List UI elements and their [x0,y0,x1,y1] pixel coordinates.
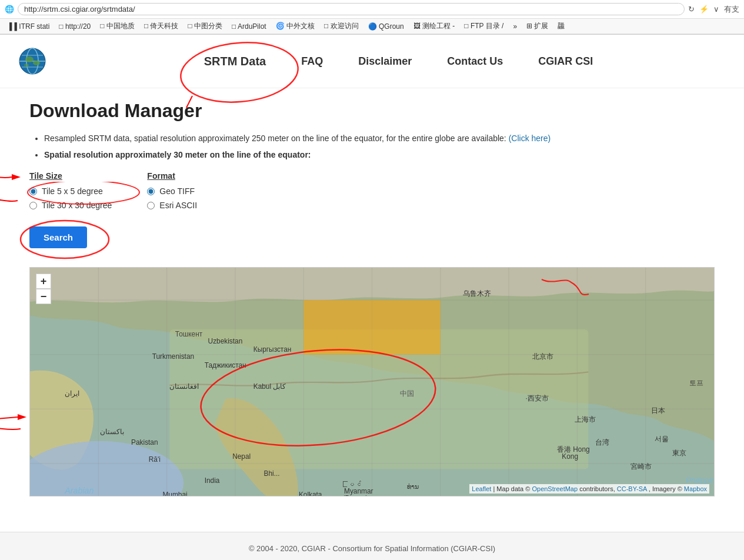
svg-point-7 [24,64,29,67]
svg-text:ທ່ານ: ທ່ານ [407,483,419,490]
lightning-icon: ⚡ [699,5,709,14]
mapbox-link[interactable]: Mapbox [684,485,707,492]
bullet-list: Resampled SRTM data, spatial resolution … [29,134,715,159]
svg-text:台湾: 台湾 [595,438,609,446]
chevron-down-icon[interactable]: ∨ [713,5,719,14]
favicon: 🌐 [5,5,14,14]
svg-point-6 [33,61,40,65]
nav-cgiar-csi[interactable]: CGIAR CSI [538,55,593,68]
page-title: Download Manager [29,100,715,122]
click-here-link[interactable]: (Click here) [509,134,551,143]
svg-text:باكستان: باكستان [100,428,124,436]
svg-text:日本: 日本 [651,406,665,415]
map-background: 乌鲁木齐 Uzbekistan Тошкент Кыргызстан Turkm… [30,268,714,496]
tile-size-label: Tile Size [29,171,112,181]
bookmark-ardupilot[interactable]: □ ArduPilot [228,21,270,32]
esri-ascii-label: Esri ASCII [159,201,197,210]
svg-text:Turkmenistan: Turkmenistan [152,352,194,361]
tile-5x5-label: Tile 5 x 5 degree [42,186,103,196]
svg-marker-11 [12,174,21,180]
svg-text:·西安市: ·西安市 [526,394,549,402]
zoom-out-button[interactable]: − [36,289,51,304]
svg-text:北京市: 北京市 [532,352,553,361]
tile-5x5-radio[interactable] [29,188,37,195]
openstreetmap-link[interactable]: OpenStreetMap [532,485,578,492]
form-area: Tile Size Tile 5 x 5 degree Tile 30 x 30… [29,171,715,215]
svg-text:Pakistan: Pakistan [131,438,158,446]
tile-5x5-option[interactable]: Tile 5 x 5 degree [29,186,112,196]
map-attribution: Leaflet | Map data © OpenStreetMap contr… [469,484,709,494]
svg-text:Nepal: Nepal [232,452,251,461]
svg-text:乌鲁木齐: 乌鲁木齐 [463,289,491,298]
svg-text:Таджикистан: Таджикистан [205,361,246,369]
svg-rect-30 [303,300,372,355]
bookmark-huanying[interactable]: □ 欢迎访问 [321,20,362,32]
svg-point-5 [25,56,34,62]
ccbysa-link[interactable]: CC-BY-SA [617,485,647,492]
leaflet-link[interactable]: Leaflet [472,485,491,492]
nav-disclaimer[interactable]: Disclaimer [358,55,412,68]
format-group: Format Geo TIFF Esri ASCII [147,171,197,215]
svg-text:Kabul كابل: Kabul كابل [253,382,286,391]
bookmark-itrf[interactable]: ▐▐ ITRF stati [4,21,53,32]
bookmark-zhongtu[interactable]: □ 中图分类 [184,20,226,32]
bookmark-ftp[interactable]: □ FTP 目录 / [461,20,507,32]
address-bar: 🌐 http://srtm.csi.cgiar.org/srtmdata/ ↻ … [0,0,744,19]
bookmark-cehui[interactable]: 🖼 测绘工程 - [410,20,459,32]
nav-contact-us[interactable]: Contact Us [447,55,503,68]
bookmarks-bar: ▐▐ ITRF stati □ http://20 □ 中国地质 □ 倚天科技 … [0,19,744,34]
footer: © 2004 - 2020, CGIAR - Consortium for Sp… [0,532,744,560]
browser-nav-icons: 🌐 [5,5,14,14]
nav-srtm-data[interactable]: SRTM Data [204,55,266,68]
svg-text:Kong: Kong [562,452,578,461]
tile-30x30-option[interactable]: Tile 30 x 30 degree [29,201,112,210]
svg-text:ایران: ایران [65,389,79,398]
footer-text: © 2004 - 2020, CGIAR - Consortium for Sp… [249,544,495,553]
geotiff-label: Geo TIFF [159,186,195,196]
ext-text: 有支 [724,4,739,15]
svg-text:Кыргызстан: Кыргызстан [253,345,292,354]
bookmark-http20[interactable]: □ http://20 [55,21,94,32]
svg-text:Uzbekistan: Uzbekistan [208,337,243,345]
svg-text:上海市: 上海市 [575,415,596,424]
tile-30x30-label: Tile 30 x 30 degree [42,201,112,210]
format-label: Format [147,171,197,181]
tile-size-group: Tile Size Tile 5 x 5 degree Tile 30 x 30… [29,171,112,215]
map-container[interactable]: 乌鲁木齐 Uzbekistan Тошкент Кыргызстан Turkm… [29,267,715,496]
esri-ascii-option[interactable]: Esri ASCII [147,201,197,210]
bookmark-extensions[interactable]: ⊞ 扩展 [523,20,552,32]
svg-text:افغانستان: افغانستان [169,382,199,391]
svg-rect-31 [372,300,441,355]
svg-text:Sea: Sea [68,494,83,496]
svg-text:(Burma): (Burma) [343,494,368,496]
geotiff-option[interactable]: Geo TIFF [147,186,197,196]
bookmark-zhongwai[interactable]: 🌀 中外文核 [272,20,318,32]
logo-area [18,46,47,76]
map-controls: + − [36,274,51,304]
nav-faq[interactable]: FAQ [301,55,323,68]
esri-ascii-radio[interactable] [147,202,155,209]
bookmark-more[interactable]: » [509,21,521,32]
bookmark-geology[interactable]: □ 中国地质 [96,20,138,32]
svg-line-76 [0,417,18,420]
svg-text:Тошкент: Тошкент [175,330,203,338]
bookmark-dragon[interactable]: 龘 [554,20,568,32]
svg-text:中国: 中国 [400,389,414,398]
svg-text:India: India [205,476,220,485]
browser-chrome: 🌐 http://srtm.csi.cgiar.org/srtmdata/ ↻ … [0,0,744,35]
address-url[interactable]: http://srtm.csi.cgiar.org/srtmdata/ [18,3,685,15]
left-annotation: 2 [0,159,29,230]
svg-text:Rā'i: Rā'i [149,455,161,464]
search-button[interactable]: Search [29,226,87,248]
tile-30x30-radio[interactable] [29,202,37,209]
margin-annotation-svg: 4 [0,291,29,496]
zoom-in-button[interactable]: + [36,274,51,289]
refresh-icon[interactable]: ↻ [688,5,695,14]
svg-text:宮崎市: 宮崎市 [630,462,652,471]
header-nav: SRTM Data FAQ Disclaimer Contact Us CGIA… [0,35,744,88]
geotiff-radio[interactable] [147,188,155,195]
bookmark-qgroun[interactable]: 🔵 QGroun [365,21,408,32]
bullet-item-2: Spatial resolution approximately 30 mete… [44,150,715,159]
svg-marker-77 [18,414,26,420]
bookmark-yitian[interactable]: □ 倚天科技 [141,20,182,32]
